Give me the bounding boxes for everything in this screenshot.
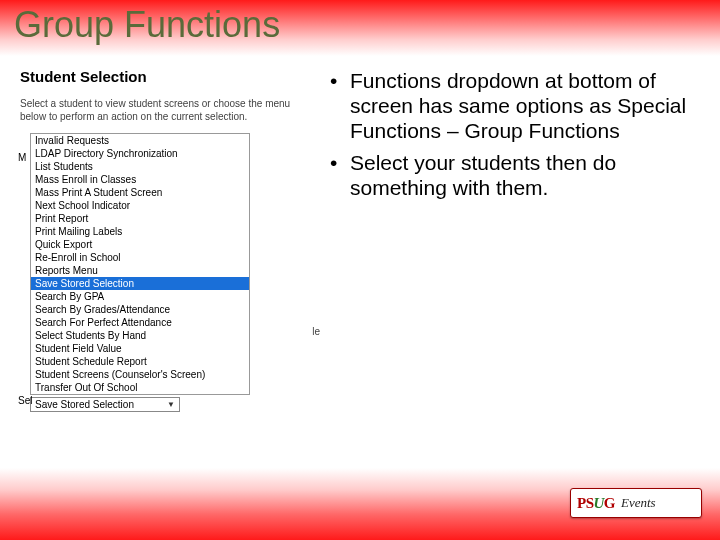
slide-title: Group Functions: [14, 4, 280, 46]
content-area: Student Selection Select a student to vi…: [0, 56, 720, 412]
dropdown-item[interactable]: Re-Enroll in School: [31, 251, 249, 264]
instruction-text: Select a student to view student screens…: [20, 97, 310, 123]
partial-text: le: [312, 326, 320, 337]
dropdown-item[interactable]: Search By GPA: [31, 290, 249, 303]
dropdown-item[interactable]: Save Stored Selection: [31, 277, 249, 290]
dropdown-item[interactable]: Mass Print A Student Screen: [31, 186, 249, 199]
logo-text-events: Events: [621, 495, 656, 511]
dropdown-item[interactable]: Student Schedule Report: [31, 355, 249, 368]
dropdown-item[interactable]: Invalid Requests: [31, 134, 249, 147]
dropdown-item[interactable]: Select Students By Hand: [31, 329, 249, 342]
psug-events-logo: PSUG Events: [570, 488, 702, 518]
dropdown-item[interactable]: Search For Perfect Attendance: [31, 316, 249, 329]
chevron-down-icon: ▼: [167, 400, 175, 409]
bullet-item: Select your students then do something w…: [330, 150, 700, 200]
dropdown-item[interactable]: Search By Grades/Attendance: [31, 303, 249, 316]
dropdown-item[interactable]: Mass Enroll in Classes: [31, 173, 249, 186]
section-heading: Student Selection: [20, 68, 310, 85]
dropdown-item[interactable]: Transfer Out Of School: [31, 381, 249, 394]
right-column: Functions dropdown at bottom of screen h…: [330, 68, 700, 412]
dropdown-item[interactable]: List Students: [31, 160, 249, 173]
bullet-list: Functions dropdown at bottom of screen h…: [330, 68, 700, 200]
dropdown-item[interactable]: Print Report: [31, 212, 249, 225]
dropdown-item[interactable]: Reports Menu: [31, 264, 249, 277]
select-value: Save Stored Selection: [35, 399, 134, 410]
left-column: Student Selection Select a student to vi…: [20, 68, 310, 412]
m-label: M: [18, 152, 26, 163]
dropdown-item[interactable]: LDAP Directory Synchronization: [31, 147, 249, 160]
dropdown-item[interactable]: Student Field Value: [31, 342, 249, 355]
functions-dropdown-list[interactable]: Invalid RequestsLDAP Directory Synchroni…: [30, 133, 250, 395]
functions-select[interactable]: Save Stored Selection ▼: [30, 397, 180, 412]
dropdown-item[interactable]: Print Mailing Labels: [31, 225, 249, 238]
top-gradient: Group Functions: [0, 0, 720, 56]
sel-label: Sel: [18, 395, 32, 406]
dropdown-item[interactable]: Quick Export: [31, 238, 249, 251]
bullet-item: Functions dropdown at bottom of screen h…: [330, 68, 700, 144]
dropdown-item[interactable]: Student Screens (Counselor's Screen): [31, 368, 249, 381]
dropdown-item[interactable]: Next School Indicator: [31, 199, 249, 212]
logo-text-ps: PSUG: [577, 495, 615, 512]
